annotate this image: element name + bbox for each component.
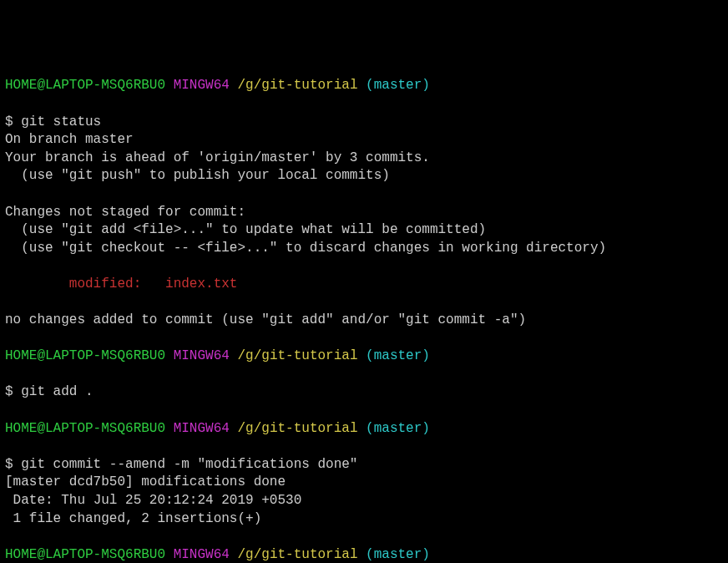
branch: (master) (366, 547, 430, 562)
user-host: HOME@LAPTOP-MSQ6RBU0 (5, 78, 165, 93)
cwd: /g/git-tutorial (237, 78, 357, 93)
user-host: HOME@LAPTOP-MSQ6RBU0 (5, 421, 165, 436)
status-add-hint: (use "git add <file>..." to update what … (5, 222, 486, 237)
prompt-line-2: HOME@LAPTOP-MSQ6RBU0 MINGW64 /g/git-tuto… (5, 347, 723, 366)
prompt-line-3: HOME@LAPTOP-MSQ6RBU0 MINGW64 /g/git-tuto… (5, 420, 723, 439)
user-host: HOME@LAPTOP-MSQ6RBU0 (5, 348, 165, 363)
status-push-hint: (use "git push" to publish your local co… (5, 168, 390, 183)
env: MINGW64 (174, 421, 230, 436)
prompt-line-1: HOME@LAPTOP-MSQ6RBU0 MINGW64 /g/git-tuto… (5, 77, 723, 95)
commit-date: Date: Thu Jul 25 20:12:24 2019 +0530 (5, 493, 301, 508)
branch: (master) (366, 421, 430, 436)
env: MINGW64 (174, 348, 230, 363)
prompt-line-4: HOME@LAPTOP-MSQ6RBU0 MINGW64 /g/git-tuto… (5, 546, 723, 563)
status-modified-file: modified: index.txt (5, 276, 237, 292)
commit-result: [master dcd7b50] modifications done (5, 474, 286, 489)
env: MINGW64 (174, 78, 230, 93)
status-no-changes: no changes added to commit (use "git add… (5, 312, 526, 327)
cmd-git-status[interactable]: $ git status (5, 114, 101, 129)
cwd: /g/git-tutorial (237, 421, 357, 436)
branch: (master) (366, 78, 430, 93)
branch: (master) (366, 348, 430, 363)
cwd: /g/git-tutorial (237, 547, 357, 562)
status-checkout-hint: (use "git checkout -- <file>..." to disc… (5, 241, 606, 256)
status-ahead: Your branch is ahead of 'origin/master' … (5, 150, 430, 165)
status-branch: On branch master (5, 132, 134, 147)
env: MINGW64 (174, 547, 230, 562)
user-host: HOME@LAPTOP-MSQ6RBU0 (5, 547, 165, 562)
commit-stats: 1 file changed, 2 insertions(+) (5, 511, 261, 526)
cmd-git-commit[interactable]: $ git commit --amend -m "modifications d… (5, 457, 357, 472)
status-not-staged: Changes not staged for commit: (5, 205, 245, 220)
cmd-git-add[interactable]: $ git add . (5, 384, 94, 399)
cwd: /g/git-tutorial (237, 348, 357, 363)
